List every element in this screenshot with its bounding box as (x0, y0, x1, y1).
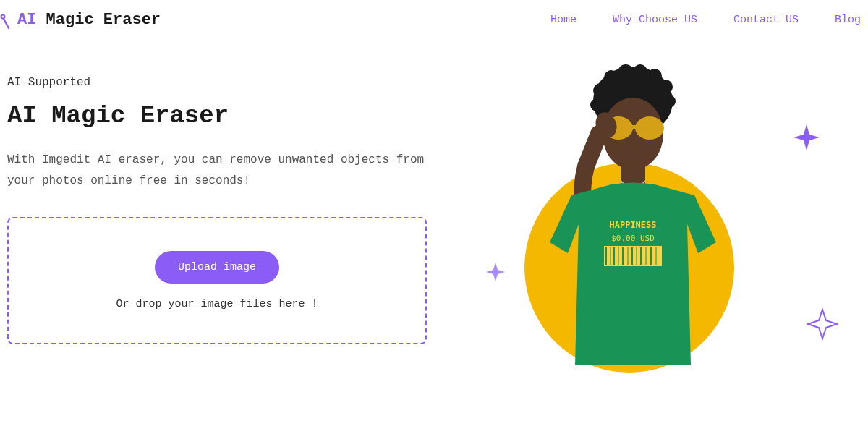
upload-dropzone[interactable]: Upload image Or drop your image files he… (7, 217, 427, 344)
supported-label: AI Supported (7, 76, 427, 89)
svg-point-8 (663, 95, 676, 108)
svg-point-6 (647, 69, 662, 83)
sparkle-icon (792, 123, 821, 156)
hero-section: AI Supported AI Magic Eraser With Imgedi… (7, 76, 427, 344)
nav-link-blog[interactable]: Blog (835, 14, 861, 26)
svg-point-9 (590, 98, 603, 111)
logo-text: AI Magic Eraser (17, 11, 161, 29)
hero-description: With Imgedit AI eraser, you can remove u… (7, 150, 427, 192)
svg-point-3 (604, 70, 618, 85)
svg-point-4 (618, 64, 634, 80)
hero-person-illustration: HAPPINESS $0.00 USD (514, 61, 745, 365)
hero-image-section: HAPPINESS $0.00 USD (470, 76, 861, 344)
page-title: AI Magic Eraser (7, 102, 427, 129)
sparkle-icon (485, 261, 506, 286)
nav-link-why-choose[interactable]: Why Choose US (613, 14, 697, 26)
header: AI Magic Eraser Home Why Choose US Conta… (0, 0, 868, 40)
logo-icon (0, 14, 13, 27)
logo-rest-text: Magic Eraser (36, 11, 161, 29)
svg-point-5 (633, 64, 647, 79)
sparkle-icon (807, 308, 839, 344)
logo-ai-text: AI (17, 11, 36, 29)
nav-link-contact[interactable]: Contact US (733, 14, 799, 26)
svg-point-0 (1, 14, 5, 18)
svg-point-7 (658, 80, 673, 94)
drop-hint-text: Or drop your image files here ! (23, 298, 411, 310)
main-nav: Home Why Choose US Contact US Blog (550, 14, 861, 26)
svg-text:$0.00 USD: $0.00 USD (611, 234, 655, 243)
svg-text:HAPPINESS: HAPPINESS (609, 220, 656, 230)
svg-point-13 (635, 116, 664, 140)
logo[interactable]: AI Magic Eraser (0, 11, 161, 29)
upload-button[interactable]: Upload image (155, 251, 279, 284)
svg-point-2 (593, 83, 608, 98)
main-content: AI Supported AI Magic Eraser With Imgedi… (0, 40, 868, 344)
nav-link-home[interactable]: Home (550, 14, 576, 26)
svg-rect-14 (631, 125, 637, 129)
